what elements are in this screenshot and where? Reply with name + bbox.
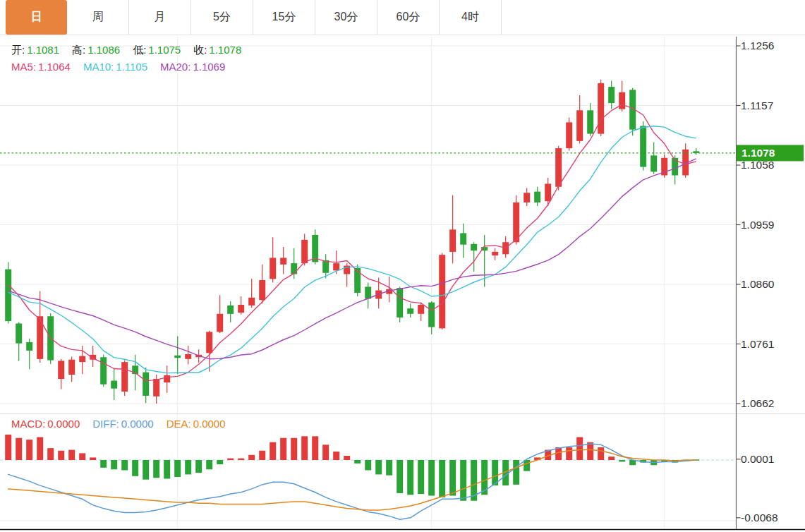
price-badge-label: 1.1078 (742, 147, 775, 159)
candle-body (439, 255, 445, 328)
candle-body (5, 270, 11, 321)
candle-body (68, 360, 75, 375)
price-tick-label: 1.1157 (741, 99, 773, 111)
macd-bar (608, 457, 615, 460)
ma20-value: 1.1069 (193, 61, 225, 73)
macd-bar (576, 437, 583, 460)
ma20-line (8, 159, 696, 359)
macd-tick-label: -0.0068 (741, 512, 778, 524)
macd-bar (312, 436, 318, 460)
candle-body (608, 87, 615, 103)
ma20-label: MA20: (160, 61, 190, 73)
macd-bar (37, 437, 43, 460)
macd-bar (174, 460, 181, 477)
high-value: 1.1086 (87, 44, 120, 57)
macd-bar (587, 442, 593, 460)
macd-label: MACD: (11, 418, 45, 430)
candle-body (153, 379, 159, 397)
macd-bar (407, 460, 413, 495)
candle-body (259, 280, 265, 300)
macd-bar (397, 460, 403, 493)
macd-bar (513, 460, 519, 485)
ma5-label: MA5: (11, 61, 36, 73)
macd-bar (26, 440, 32, 460)
candlestick-series (5, 80, 699, 404)
price-tick-label: 1.0860 (741, 278, 775, 290)
candle-body (217, 314, 223, 332)
candle-body (227, 306, 234, 314)
tab-4hour[interactable]: 4时 (440, 0, 502, 35)
candle-body (164, 375, 170, 382)
macd-bar (460, 460, 466, 501)
close-label: 收: (193, 44, 207, 57)
macd-readout: MACD:0.0000 DIFF:0.0000 DEA:0.0000 (11, 418, 226, 430)
macd-bar (375, 460, 382, 474)
tab-day[interactable]: 日 (6, 0, 67, 35)
tab-month[interactable]: 月 (129, 0, 191, 35)
candle-body (576, 110, 583, 141)
candle-body (471, 244, 477, 250)
tab-30min[interactable]: 30分 (315, 0, 377, 35)
open-value: 1.1081 (27, 44, 59, 57)
macd-bar (365, 460, 371, 470)
macd-bar (523, 460, 530, 471)
macd-bar (132, 460, 138, 476)
macd-bar (79, 453, 85, 460)
candle-body (291, 263, 297, 274)
candle-body (650, 155, 657, 171)
macd-bar (333, 452, 339, 460)
ma10-label: MA10: (83, 61, 114, 73)
macd-bar (227, 459, 234, 460)
tab-5min[interactable]: 5分 (191, 0, 253, 35)
candle-body (301, 240, 308, 263)
candle-body (555, 148, 562, 187)
candle-body (534, 192, 540, 202)
macd-bar (270, 442, 276, 460)
macd-bar (248, 455, 255, 460)
low-value: 1.1075 (148, 44, 181, 57)
candle-body (121, 362, 128, 392)
candle-body (280, 258, 286, 264)
price-badge: 1.1078 (737, 145, 804, 161)
macd-bar (68, 450, 75, 460)
candle-body (428, 303, 435, 327)
axis-labels: 1.12561.11571.10581.09591.08601.07611.06… (737, 40, 778, 524)
tab-15min[interactable]: 15分 (253, 0, 315, 35)
macd-bar (185, 460, 191, 474)
candle-body (322, 260, 329, 273)
diff-value: 0.0000 (121, 418, 154, 430)
macd-bar (418, 460, 424, 494)
macd-bar (619, 460, 625, 461)
candle-body (174, 356, 181, 358)
gridlines (0, 37, 805, 530)
tab-week[interactable]: 周 (67, 0, 129, 35)
ma10-line (8, 126, 696, 373)
candle-body (58, 361, 64, 379)
candle-body (185, 354, 191, 359)
macd-bar (5, 435, 11, 460)
macd-bar (439, 460, 445, 497)
candle-body (16, 323, 22, 343)
macd-bar (322, 445, 329, 460)
macd-bar (100, 460, 107, 468)
candle-body (100, 357, 107, 384)
macd-bar (238, 459, 244, 460)
candle-body (143, 373, 149, 396)
macd-bar (58, 451, 64, 460)
candle-body (587, 110, 593, 133)
macd-bar (90, 457, 96, 460)
period-tabbar: 日 周 月 5分 15分 30分 60分 4时 (0, 0, 805, 35)
ma10-value: 1.1105 (116, 61, 147, 73)
chart-canvas[interactable]: 1.12561.11571.10581.09591.08601.07611.06… (0, 0, 805, 532)
macd-bar (217, 460, 223, 464)
macd-bar (598, 447, 604, 460)
tab-60min[interactable]: 60分 (377, 0, 440, 35)
candle-body (460, 233, 466, 244)
price-tick-label: 1.0662 (741, 397, 774, 409)
candle-body (619, 92, 625, 109)
macd-bar (111, 460, 117, 469)
candle-body (545, 183, 551, 201)
macd-bar (153, 460, 159, 478)
ma5-line (8, 104, 696, 381)
candle-body (407, 308, 413, 314)
